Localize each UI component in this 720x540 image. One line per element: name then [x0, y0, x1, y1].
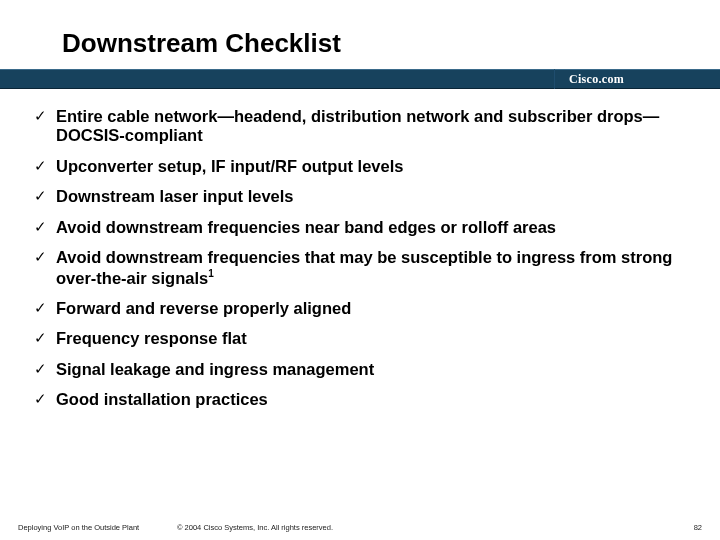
checklist-text: Avoid downstream frequencies near band e…: [56, 218, 556, 236]
footer-page-number: 82: [662, 523, 702, 532]
title-bar: Cisco.com: [0, 69, 720, 89]
checklist-text: Downstream laser input levels: [56, 187, 294, 205]
slide: Downstream Checklist Cisco.com Entire ca…: [0, 0, 720, 540]
checklist-item: Upconverter setup, IF input/RF output le…: [34, 157, 686, 176]
checklist-item: Avoid downstream frequencies near band e…: [34, 218, 686, 237]
checklist-text: Frequency response flat: [56, 329, 247, 347]
checklist-text: Avoid downstream frequencies that may be…: [56, 248, 672, 286]
checklist-text: Entire cable network—headend, distributi…: [56, 107, 659, 144]
checklist-item: Signal leakage and ingress management: [34, 360, 686, 379]
slide-title: Downstream Checklist: [62, 28, 720, 59]
title-bar-right: Cisco.com: [555, 69, 720, 89]
title-zone: Downstream Checklist: [0, 0, 720, 59]
checklist-item: Avoid downstream frequencies that may be…: [34, 248, 686, 287]
checklist-text: Forward and reverse properly aligned: [56, 299, 351, 317]
checklist-item: Forward and reverse properly aligned: [34, 299, 686, 318]
checklist-text: Signal leakage and ingress management: [56, 360, 374, 378]
checklist: Entire cable network—headend, distributi…: [34, 107, 686, 410]
checklist-item: Frequency response flat: [34, 329, 686, 348]
checklist-item: Good installation practices: [34, 390, 686, 409]
footer-session: Deploying VoIP on the Outside Plant: [18, 523, 173, 532]
footer-copyright: © 2004 Cisco Systems, Inc. All rights re…: [173, 523, 662, 532]
checklist-text: Good installation practices: [56, 390, 268, 408]
title-bar-left: [0, 69, 554, 89]
checklist-item: Downstream laser input levels: [34, 187, 686, 206]
content-area: Entire cable network—headend, distributi…: [0, 89, 720, 410]
checklist-item: Entire cable network—headend, distributi…: [34, 107, 686, 146]
footnote-ref: 1: [208, 268, 214, 279]
brand-label: Cisco.com: [569, 72, 624, 87]
footer: Deploying VoIP on the Outside Plant © 20…: [0, 523, 720, 532]
checklist-text: Upconverter setup, IF input/RF output le…: [56, 157, 403, 175]
